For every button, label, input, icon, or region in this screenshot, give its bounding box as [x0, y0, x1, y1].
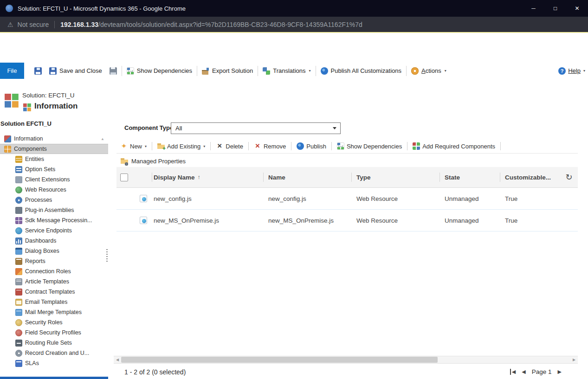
sidebar-item-label: Processes — [25, 197, 52, 203]
column-header-type[interactable]: Type — [351, 167, 439, 187]
sidebar-item-option-sets[interactable]: Option Sets — [0, 164, 108, 174]
actions-button[interactable]: Actions▾ — [407, 64, 450, 77]
scroll-right-icon[interactable]: ▶ — [570, 358, 578, 362]
add-required-label: Add Required Components — [422, 143, 495, 150]
sidebar-item-label: Email Templates — [25, 299, 67, 305]
component-type-select[interactable]: All — [171, 122, 341, 134]
sidebar-item-record-creation[interactable]: Record Creation and U... — [0, 348, 108, 358]
sidebar-item-label: Contract Templates — [25, 289, 75, 295]
column-header-customizable[interactable]: Customizable... — [500, 167, 560, 187]
translations-label: Translations — [273, 67, 305, 74]
export-solution-button[interactable]: Export Solution — [198, 64, 257, 77]
sidebar-item-information[interactable]: Information — [0, 134, 108, 144]
sidebar-item-contract-templates[interactable]: Contract Templates — [0, 287, 108, 297]
pager: ◀ ◀ Page 1 ▶ — [510, 368, 562, 375]
save-button[interactable] — [31, 64, 45, 77]
sidebar-item-web-resources[interactable]: Web Resources — [0, 185, 108, 195]
sidebar-item-label: Routing Rule Sets — [25, 340, 72, 346]
new-button[interactable]: New▾ — [116, 142, 150, 150]
save-and-close-label: Save and Close — [59, 67, 102, 74]
table-row[interactable]: new_config.jsnew_config.jsWeb ResourceUn… — [116, 188, 578, 210]
first-page-button[interactable]: ◀ — [510, 369, 516, 375]
address-bar[interactable]: ⚠ Not secure 192.168.1.33/devteam/tools/… — [0, 17, 588, 32]
file-tab[interactable]: File — [0, 63, 24, 79]
remove-icon — [254, 142, 261, 150]
refresh-button[interactable]: ↻ — [562, 170, 576, 184]
show-dependencies-button[interactable]: Show Dependencies — [123, 64, 196, 77]
row-icon-cell — [139, 195, 152, 202]
managed-properties-button[interactable]: Managed Properties — [116, 155, 190, 167]
status-bar: 1 - 2 of 2 (0 selected) ◀ ◀ Page 1 ▶ — [114, 365, 588, 379]
delete-button[interactable]: Delete — [212, 142, 247, 150]
warning-icon: ⚠ — [7, 21, 13, 28]
print-button[interactable] — [106, 64, 121, 77]
ribbon-separator — [197, 66, 197, 76]
next-page-button[interactable]: ▶ — [558, 369, 562, 375]
add-required-icon — [413, 142, 420, 150]
publish-all-icon — [321, 67, 328, 75]
grid-show-dependencies-button[interactable]: Show Dependencies — [333, 142, 406, 150]
remove-button[interactable]: Remove — [250, 142, 290, 150]
close-icon[interactable]: ✕ — [566, 0, 588, 17]
table-row[interactable]: new_MS_OnPremise.jsnew_MS_OnPremise.jsWe… — [116, 210, 578, 231]
translations-button[interactable]: Translations▾ — [259, 64, 314, 77]
service-endpoints-icon — [15, 227, 22, 234]
help-button[interactable]: Help▾ — [558, 63, 585, 79]
sidebar-item-components[interactable]: Components — [0, 144, 108, 154]
sidebar-item-routing-rule-sets[interactable]: Routing Rule Sets — [0, 338, 108, 348]
sidebar-item-mail-merge-templates[interactable]: Mail Merge Templates — [0, 307, 108, 317]
sidebar-item-service-endpoints[interactable]: Service Endpoints — [0, 225, 108, 236]
sidebar-item-field-security-profiles[interactable]: Field Security Profiles — [0, 328, 108, 338]
horizontal-scrollbar[interactable]: ◀ ▶ — [114, 356, 578, 364]
security-label[interactable]: Not secure — [18, 21, 49, 28]
security-roles-icon — [15, 319, 22, 326]
select-all-checkbox[interactable] — [120, 173, 128, 181]
sidebar-item-security-roles[interactable]: Security Roles — [0, 317, 108, 328]
sidebar-item-sdk-message-processing[interactable]: Sdk Message Processin... — [0, 215, 108, 225]
sidebar-item-dashboards[interactable]: Dashboards — [0, 236, 108, 246]
sidebar-item-dialog-boxes[interactable]: Dialog Boxes — [0, 246, 108, 256]
sidebar-item-slas[interactable]: SLAs — [0, 358, 108, 368]
cell-type: Web Resource — [351, 217, 439, 224]
save-and-close-button[interactable]: Save and Close — [45, 64, 106, 77]
ribbon-separator — [316, 66, 316, 76]
sidebar-item-plug-in-assemblies[interactable]: Plug-in Assemblies — [0, 205, 108, 215]
cell-display-name: new_config.js — [152, 195, 263, 202]
reports-icon — [15, 258, 22, 265]
add-existing-button[interactable]: Add Existing▾ — [154, 142, 209, 150]
sidebar-item-label: Web Resources — [25, 186, 66, 193]
help-icon — [558, 67, 566, 75]
component-type-value: All — [175, 125, 182, 132]
maximize-icon[interactable]: □ — [544, 0, 566, 17]
scroll-left-icon[interactable]: ◀ — [114, 358, 121, 362]
previous-page-button[interactable]: ◀ — [522, 369, 525, 375]
column-header-display-name[interactable]: Display Name↑ — [152, 167, 263, 187]
sidebar-item-entities[interactable]: Entities — [0, 154, 108, 164]
sidebar-item-client-extensions[interactable]: Client Extensions — [0, 174, 108, 185]
window-titlebar: Solution: EFCTI_U - Microsoft Dynamics 3… — [0, 0, 588, 17]
minimize-icon[interactable]: ─ — [523, 0, 544, 17]
managed-properties-label: Managed Properties — [131, 158, 186, 165]
url-text[interactable]: 192.168.1.33/devteam/tools/solution/edit… — [60, 21, 362, 28]
publish-button[interactable]: Publish — [293, 142, 330, 150]
column-header-name[interactable]: Name — [263, 167, 351, 187]
scroll-up-icon[interactable]: ▲ — [101, 137, 104, 141]
sidebar-item-connection-roles[interactable]: Connection Roles — [0, 266, 108, 276]
sidebar-item-label: Security Roles — [25, 319, 63, 326]
url-host: 192.168.1.33 — [60, 21, 98, 28]
add-required-components-button[interactable]: Add Required Components — [409, 142, 499, 150]
publish-all-button[interactable]: Publish All Customizations — [317, 64, 405, 77]
cell-name: new_MS_OnPremise.js — [263, 217, 351, 224]
scrollbar-thumb[interactable] — [121, 357, 438, 363]
column-header-state[interactable]: State — [439, 167, 500, 187]
sidebar-item-reports[interactable]: Reports — [0, 256, 108, 266]
sidebar-item-processes[interactable]: Processes — [0, 195, 108, 205]
sidebar-item-article-templates[interactable]: Article Templates — [0, 276, 108, 287]
caret-down-icon: ▾ — [309, 69, 311, 73]
email-templates-icon — [15, 299, 22, 306]
cell-display-name: new_MS_OnPremise.js — [152, 217, 263, 224]
publish-icon — [297, 142, 304, 150]
splitter-handle[interactable] — [106, 249, 108, 262]
sidebar-item-label: SLAs — [25, 360, 39, 366]
sidebar-item-email-templates[interactable]: Email Templates — [0, 297, 108, 307]
